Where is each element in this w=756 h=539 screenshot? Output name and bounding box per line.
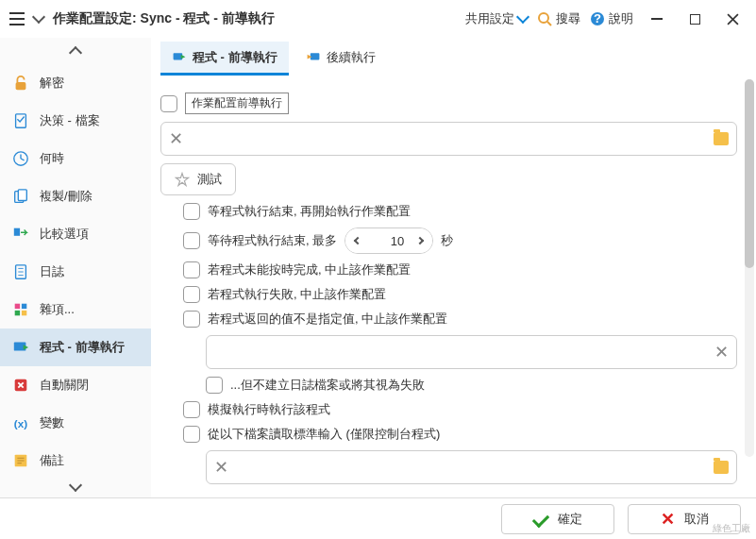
sidebar-item-decrypt[interactable]: 解密 bbox=[0, 64, 151, 102]
minimize-button[interactable] bbox=[643, 5, 671, 33]
checkbox-enable-before[interactable] bbox=[160, 95, 177, 112]
opt-label: 若程式未能按時完成, 中止該作業配置 bbox=[208, 261, 411, 278]
wait-seconds-input[interactable] bbox=[370, 234, 408, 248]
sidebar-item-program-before[interactable]: 程式 - 前導執行 bbox=[0, 328, 151, 366]
opt-label: ...但不建立日誌檔案或將其視為失敗 bbox=[230, 377, 425, 394]
svg-line-1 bbox=[547, 22, 551, 25]
opt-label: 模擬執行時執行該程式 bbox=[208, 401, 330, 418]
sidebar: 解密 決策 - 檔案 何時 複製/刪除 比較選項 日誌 bbox=[0, 38, 151, 500]
window-title: 作業配置設定: Sync - 程式 - 前導執行 bbox=[53, 10, 275, 27]
shared-settings-link[interactable]: 共用設定 bbox=[465, 10, 528, 27]
program-path-input[interactable] bbox=[191, 132, 706, 146]
checkbox-wait-finish[interactable] bbox=[183, 203, 200, 220]
program-path-field[interactable]: ✕ bbox=[160, 122, 737, 156]
sidebar-item-copy-delete[interactable]: 複製/刪除 bbox=[0, 177, 151, 215]
sidebar-item-label: 比較選項 bbox=[40, 226, 89, 243]
scrollbar-thumb[interactable] bbox=[745, 79, 754, 268]
search-link[interactable]: 搜尋 bbox=[537, 10, 580, 27]
sidebar-item-variables[interactable]: (x) 變數 bbox=[0, 404, 151, 442]
wait-seconds-spinner[interactable] bbox=[344, 227, 433, 254]
program-run-icon bbox=[11, 338, 30, 357]
sidebar-item-label: 自動關閉 bbox=[40, 377, 89, 394]
ok-button[interactable]: 確定 bbox=[501, 504, 614, 534]
tab-after-run[interactable]: 後續執行 bbox=[294, 42, 387, 76]
svg-rect-20 bbox=[15, 311, 20, 315]
sidebar-item-label: 變數 bbox=[40, 414, 64, 431]
sidebar-item-notes[interactable]: 備註 bbox=[0, 442, 151, 474]
svg-line-10 bbox=[21, 159, 25, 160]
tabs: 程式 - 前導執行 後續執行 bbox=[151, 38, 756, 76]
svg-text:?: ? bbox=[594, 11, 601, 25]
stdin-file-input[interactable] bbox=[236, 461, 706, 475]
help-icon: ? bbox=[590, 11, 605, 26]
scrollbar[interactable] bbox=[745, 79, 754, 457]
clear-icon[interactable]: ✕ bbox=[214, 457, 228, 478]
clear-icon[interactable]: ✕ bbox=[714, 342, 729, 362]
folder-icon[interactable] bbox=[714, 461, 729, 474]
opt-label: 若程式執行失敗, 中止該作業配置 bbox=[208, 286, 386, 303]
close-app-icon bbox=[11, 376, 30, 395]
maximize-button[interactable] bbox=[680, 5, 709, 33]
return-value-field[interactable]: ✕ bbox=[206, 335, 737, 369]
svg-rect-6 bbox=[16, 82, 26, 90]
sidebar-item-label: 複製/刪除 bbox=[40, 188, 92, 205]
sidebar-item-label: 備註 bbox=[40, 452, 64, 469]
search-icon bbox=[537, 11, 552, 26]
form-content: 作業配置前導執行 ✕ 測試 等程式執行結束, 再開始執行作業配置 等待程式執行結… bbox=[151, 76, 756, 500]
return-value-input[interactable] bbox=[214, 345, 707, 360]
star-icon bbox=[175, 172, 190, 187]
sidebar-item-when[interactable]: 何時 bbox=[0, 140, 151, 177]
svg-rect-12 bbox=[18, 190, 26, 201]
sidebar-scroll-up[interactable] bbox=[0, 38, 151, 64]
sidebar-item-decision-files[interactable]: 決策 - 檔案 bbox=[0, 102, 151, 140]
svg-rect-18 bbox=[15, 304, 20, 309]
sidebar-item-misc[interactable]: 雜項... bbox=[0, 291, 151, 328]
opt-label: 等程式執行結束, 再開始執行作業配置 bbox=[208, 203, 411, 220]
opt-label: 若程式返回的值不是指定值, 中止該作業配置 bbox=[208, 311, 447, 328]
checkbox-timeout-abort[interactable] bbox=[183, 261, 200, 278]
shared-settings-label: 共用設定 bbox=[465, 10, 514, 27]
watermark: 綠色工廠 bbox=[713, 522, 750, 535]
test-label: 測試 bbox=[197, 171, 222, 188]
svg-point-0 bbox=[539, 13, 548, 23]
search-label: 搜尋 bbox=[556, 10, 580, 27]
sidebar-scroll-down[interactable] bbox=[0, 474, 151, 500]
misc-icon bbox=[11, 300, 30, 319]
unit-label: 秒 bbox=[441, 232, 453, 249]
opt-label: 等待程式執行結束, 最多 bbox=[208, 232, 337, 249]
svg-rect-21 bbox=[22, 311, 26, 315]
sidebar-item-log[interactable]: 日誌 bbox=[0, 253, 151, 291]
opt-label: 從以下檔案讀取標準輸入 (僅限控制台程式) bbox=[208, 426, 440, 443]
svg-marker-23 bbox=[24, 345, 28, 349]
sidebar-item-label: 何時 bbox=[40, 150, 64, 167]
stdin-file-field[interactable]: ✕ bbox=[206, 450, 737, 484]
folder-icon[interactable] bbox=[714, 132, 729, 145]
clear-icon[interactable]: ✕ bbox=[169, 128, 183, 149]
help-label: 說明 bbox=[609, 10, 633, 27]
spin-down[interactable] bbox=[345, 228, 370, 253]
tab-label: 程式 - 前導執行 bbox=[193, 49, 277, 66]
sidebar-item-label: 程式 - 前導執行 bbox=[40, 339, 125, 356]
tab-before-run[interactable]: 程式 - 前導執行 bbox=[160, 42, 289, 76]
file-decision-icon bbox=[11, 111, 30, 130]
checkbox-simulate[interactable] bbox=[183, 401, 200, 418]
checkbox-return-abort[interactable] bbox=[183, 311, 200, 328]
sidebar-item-auto-close[interactable]: 自動關閉 bbox=[0, 366, 151, 404]
cancel-label: 取消 bbox=[684, 511, 709, 528]
test-button[interactable]: 測試 bbox=[160, 163, 236, 195]
menu-button[interactable] bbox=[9, 12, 25, 25]
program-after-icon bbox=[306, 50, 321, 65]
sidebar-item-label: 決策 - 檔案 bbox=[40, 112, 100, 129]
svg-rect-13 bbox=[14, 228, 20, 236]
checkbox-stdin[interactable] bbox=[183, 426, 200, 443]
spin-up[interactable] bbox=[408, 228, 432, 253]
sidebar-item-label: 雜項... bbox=[40, 301, 75, 318]
checkbox-no-log[interactable] bbox=[206, 377, 223, 394]
chevron-down-icon[interactable] bbox=[32, 10, 45, 24]
checkbox-wait-max[interactable] bbox=[183, 232, 200, 249]
sidebar-item-compare[interactable]: 比較選項 bbox=[0, 215, 151, 253]
checkbox-fail-abort[interactable] bbox=[183, 286, 200, 303]
close-button[interactable] bbox=[718, 5, 747, 33]
help-link[interactable]: ? 說明 bbox=[590, 10, 633, 27]
svg-marker-36 bbox=[176, 174, 189, 186]
